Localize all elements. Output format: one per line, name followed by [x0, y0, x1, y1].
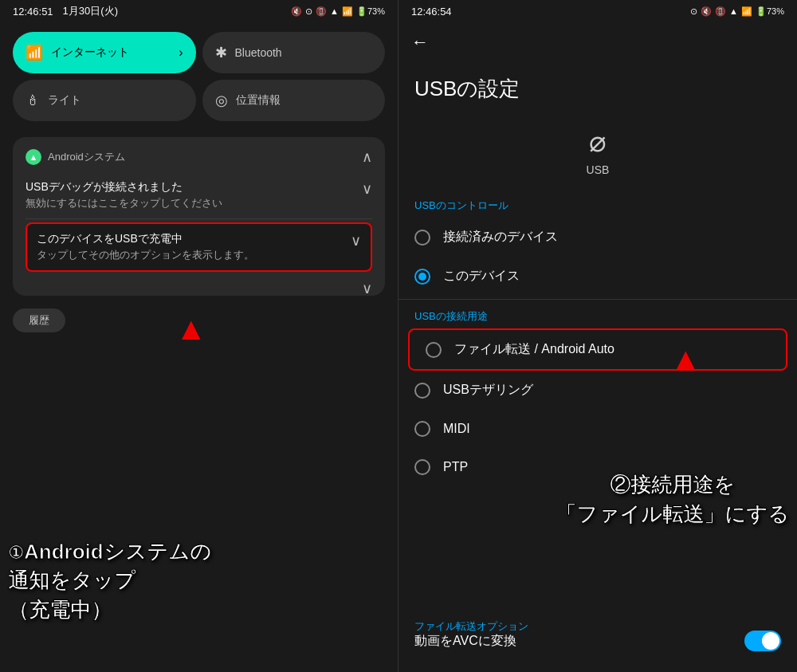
- time-right: 12:46:54: [411, 6, 452, 18]
- radio-outer-midi: [414, 421, 430, 437]
- notification-header: ▲ Androidシステム ∧: [26, 148, 372, 166]
- expand-icon[interactable]: ∧: [362, 148, 372, 166]
- right-panel: 12:46:54 ⊙ 🔇 📵 ▲ 📶 🔋73% ← USBの設定 ⌀ USB U…: [398, 0, 797, 672]
- radio-outer-2: [414, 269, 430, 285]
- toggle-row[interactable]: 動画をAVCに変換: [398, 619, 797, 662]
- toggle-label: 動画をAVCに変換: [414, 633, 516, 650]
- radio-this-device[interactable]: このデバイス: [398, 257, 797, 296]
- back-button[interactable]: ←: [398, 22, 797, 62]
- notification-area: ▲ Androidシステム ∧ ∨ USBデバッグが接続されました 無効にするに…: [0, 131, 398, 339]
- status-icons-left: 🔇 ⊙ 📵 ▲ 📶 🔋73%: [291, 6, 385, 17]
- usb-label: USB: [587, 163, 610, 176]
- arrow-icon: ›: [179, 45, 183, 60]
- radio-outer-teth: [414, 383, 430, 399]
- annotation-arrow-left: ▲: [175, 311, 207, 347]
- light-icon: 🕯: [26, 92, 40, 109]
- light-tile[interactable]: 🕯 ライト: [13, 80, 196, 121]
- bluetooth-icon: ✱: [215, 44, 227, 61]
- bluetooth-tile[interactable]: ✱ Bluetooth: [202, 32, 386, 73]
- control-section-label: USBのコントロール: [398, 192, 797, 218]
- location-tile[interactable]: ◎ 位置情報: [202, 80, 386, 121]
- notif-body-2: タップしてその他のオプションを表示します。: [37, 248, 361, 262]
- notification-item-3[interactable]: ∨: [26, 275, 372, 285]
- divider-1: [398, 299, 797, 300]
- radio-inner-2: [418, 273, 426, 281]
- radio-label-midi: MIDI: [443, 422, 470, 436]
- radio-label-2: このデバイス: [443, 268, 520, 285]
- location-icon: ◎: [215, 92, 228, 109]
- android-icon: ▲: [26, 149, 41, 165]
- radio-outer-ft: [426, 342, 442, 358]
- internet-label: インターネット: [51, 45, 129, 60]
- expand-item-icon[interactable]: ∨: [362, 180, 372, 198]
- notification-app: ▲ Androidシステム: [26, 149, 125, 165]
- radio-file-transfer[interactable]: ファイル転送 / Android Auto: [410, 330, 786, 369]
- notification-highlighted[interactable]: ∨ このデバイスをUSBで充電中 タップしてその他のオプションを表示します。: [26, 222, 372, 272]
- purpose-section-label: USBの接続用途: [398, 303, 797, 328]
- radio-midi[interactable]: MIDI: [398, 410, 797, 448]
- quick-row-2: 🕯 ライト ◎ 位置情報: [13, 80, 385, 121]
- history-button[interactable]: 履歴: [13, 308, 65, 332]
- toggle-knob: [762, 632, 779, 650]
- notif-title-2: このデバイスをUSBで充電中: [37, 232, 361, 246]
- annotation-text-right: ②接続用途を「ファイル転送」にする: [556, 470, 789, 529]
- time-left: 12:46:51: [13, 6, 53, 18]
- annotation-arrow-right: ▲: [669, 341, 701, 377]
- expand-item-icon-3[interactable]: ∨: [362, 280, 372, 297]
- internet-tile[interactable]: 📶 インターネット ›: [13, 32, 196, 73]
- radio-outer-ptp: [414, 459, 430, 475]
- bluetooth-label: Bluetooth: [235, 46, 282, 59]
- app-name: Androidシステム: [48, 150, 125, 164]
- left-panel: 12:46:51 1月30日(火) 🔇 ⊙ 📵 ▲ 📶 🔋73% 📶 インターネ…: [0, 0, 398, 672]
- radio-label-ptp: PTP: [443, 460, 468, 474]
- light-label: ライト: [48, 93, 81, 108]
- quick-settings: 📶 インターネット › ✱ Bluetooth 🕯 ライト ◎ 位置情報: [0, 22, 398, 131]
- date-left: 1月30日(火): [63, 4, 118, 18]
- status-bar-right: 12:46:54 ⊙ 🔇 📵 ▲ 📶 🔋73%: [398, 0, 797, 22]
- option-highlighted-container: ファイル転送 / Android Auto: [408, 328, 787, 371]
- page-title: USBの設定: [398, 62, 797, 109]
- radio-label-teth: USBテザリング: [443, 382, 533, 399]
- radio-connected-devices[interactable]: 接続済みのデバイス: [398, 218, 797, 257]
- location-label: 位置情報: [236, 93, 281, 108]
- status-icons-right: ⊙ 🔇 📵 ▲ 📶 🔋73%: [690, 6, 784, 17]
- wifi-icon: 📶: [26, 44, 43, 61]
- radio-label-ft: ファイル転送 / Android Auto: [454, 341, 614, 358]
- toggle-switch[interactable]: [744, 631, 781, 651]
- notif-body-1: 無効にするにはここをタップしてください: [26, 196, 372, 210]
- radio-usb-tethering[interactable]: USBテザリング: [398, 371, 797, 410]
- radio-outer-1: [414, 230, 430, 246]
- notif-title-1: USBデバッグが接続されました: [26, 180, 372, 195]
- expand-item-icon-2[interactable]: ∨: [351, 232, 361, 250]
- status-bar-left: 12:46:51 1月30日(火) 🔇 ⊙ 📵 ▲ 📶 🔋73%: [0, 0, 398, 22]
- usb-icon-area: ⌀ USB: [398, 109, 797, 192]
- quick-row-1: 📶 インターネット › ✱ Bluetooth: [13, 32, 385, 73]
- usb-symbol: ⌀: [589, 125, 607, 159]
- notification-item-1[interactable]: ∨ USBデバッグが接続されました 無効にするにはここをタップしてください: [26, 172, 372, 219]
- radio-label-1: 接続済みのデバイス: [443, 229, 558, 246]
- notification-card[interactable]: ▲ Androidシステム ∧ ∨ USBデバッグが接続されました 無効にするに…: [13, 137, 385, 296]
- annotation-text-left: ①Androidシステムの通知をタップ（充電中）: [8, 537, 211, 624]
